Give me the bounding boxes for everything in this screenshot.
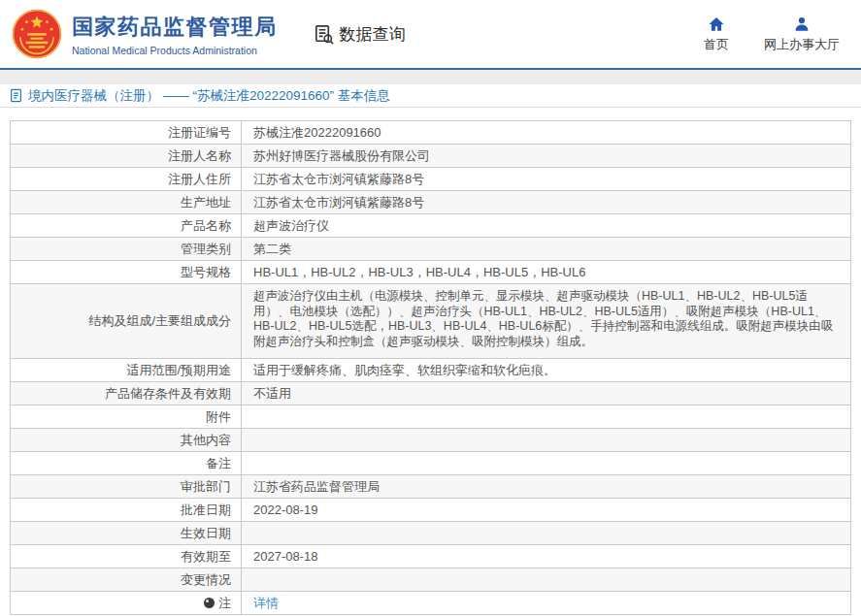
- data-query-label: 数据查询: [340, 23, 406, 46]
- table-row-production-address: 生产地址 江苏省太仓市浏河镇紫藤路8号: [11, 191, 850, 214]
- row-label: 产品名称: [11, 214, 242, 237]
- row-value: 苏械注准20222091660: [242, 121, 850, 144]
- row-value: [242, 568, 850, 591]
- note-icon: [204, 598, 215, 608]
- detail-link[interactable]: 详情: [253, 595, 279, 612]
- row-label: 生效日期: [11, 522, 242, 544]
- row-value: 适用于缓解疼痛、肌肉痉挛、软组织挛缩和软化疤痕。: [242, 359, 850, 381]
- row-label: 审批部门: [11, 475, 242, 498]
- row-label: 注: [11, 592, 242, 614]
- user-icon: [793, 16, 811, 33]
- row-value: 详情: [242, 592, 850, 614]
- table-row-approval-department: 审批部门 江苏省药品监督管理局: [11, 475, 850, 499]
- table-row-composition: 结构及组成/主要组成成分 超声波治疗仪由主机（电源模块、控制单元、显示模块、超声…: [11, 284, 850, 359]
- page-band: [0, 70, 861, 84]
- row-value: 超声波治疗仪由主机（电源模块、控制单元、显示模块、超声驱动模块（HB-UL1、H…: [242, 284, 850, 358]
- row-value: 第二类: [242, 238, 850, 260]
- row-label: 有效期至: [11, 545, 242, 567]
- row-value: [242, 452, 850, 474]
- row-value: 江苏省药品监督管理局: [242, 475, 850, 498]
- breadcrumb-text: 境内医疗器械（注册） —— “苏械注准20222091660” 基本信息: [28, 87, 390, 105]
- table-row-model-spec: 型号规格 HB-UL1，HB-UL2，HB-UL3，HB-UL4，HB-UL5，…: [11, 261, 850, 284]
- logo-title-block: 国家药品监督管理局 National Medical Products Admi…: [72, 13, 278, 56]
- row-label: 注册人名称: [11, 145, 242, 167]
- registration-detail-table: 注册证编号 苏械注准20222091660 注册人名称 苏州好博医疗器械股份有限…: [10, 120, 851, 615]
- row-value: 2027-08-18: [242, 545, 850, 567]
- nmpa-logo[interactable]: 国家药品监督管理局 National Medical Products Admi…: [12, 9, 278, 59]
- row-label: 型号规格: [11, 261, 242, 283]
- table-row-remarks: 备注: [11, 452, 850, 475]
- row-value: 江苏省太仓市浏河镇紫藤路8号: [242, 191, 850, 213]
- table-row-expiry-date: 有效期至 2027-08-18: [11, 545, 850, 568]
- table-row-note: 注 详情: [11, 592, 850, 615]
- site-header: 国家药品监督管理局 National Medical Products Admi…: [0, 0, 861, 70]
- row-label: 适用范围/预期用途: [11, 359, 242, 381]
- table-row-storage-validity: 产品储存条件及有效期 不适用: [11, 382, 850, 405]
- table-row-registrant-address: 注册人住所 江苏省太仓市浏河镇紫藤路8号: [11, 168, 850, 191]
- data-query-icon: [313, 23, 335, 46]
- table-row-approval-date: 批准日期 2022-08-19: [11, 499, 850, 522]
- row-label: 产品储存条件及有效期: [11, 382, 242, 405]
- row-label: 生产地址: [11, 191, 242, 213]
- row-label: 批准日期: [11, 499, 242, 521]
- nav-home[interactable]: 首页: [704, 16, 729, 53]
- table-row-other-content: 其他内容: [11, 429, 850, 452]
- row-label: 管理类别: [11, 238, 242, 260]
- table-row-change-status: 变更情况: [11, 568, 850, 592]
- document-icon: [10, 88, 22, 103]
- table-row-product-name: 产品名称 超声波治疗仪: [11, 214, 850, 238]
- table-row-certificate-no: 注册证编号 苏械注准20222091660: [11, 121, 850, 145]
- row-label: 备注: [11, 452, 242, 474]
- table-row-attachments: 附件: [11, 405, 850, 429]
- row-value: [242, 522, 850, 544]
- header-nav: 首页 网上办事大厅: [704, 16, 840, 53]
- row-label: 附件: [11, 405, 242, 428]
- row-value: 不适用: [242, 382, 850, 405]
- site-title: 国家药品监督管理局: [72, 13, 278, 42]
- row-value: 苏州好博医疗器械股份有限公司: [242, 145, 850, 167]
- home-icon: [708, 16, 725, 33]
- nav-service-hall[interactable]: 网上办事大厅: [764, 16, 840, 53]
- row-value: 江苏省太仓市浏河镇紫藤路8号: [242, 168, 850, 190]
- national-emblem-icon: [12, 9, 62, 59]
- row-value: HB-UL1，HB-UL2，HB-UL3，HB-UL4，HB-UL5，HB-UL…: [242, 261, 850, 283]
- site-subtitle: National Medical Products Administration: [72, 45, 278, 56]
- table-row-registrant-name: 注册人名称 苏州好博医疗器械股份有限公司: [11, 145, 850, 168]
- nav-service-hall-label: 网上办事大厅: [764, 36, 840, 53]
- row-label: 其他内容: [11, 429, 242, 451]
- row-value: 超声波治疗仪: [242, 214, 850, 237]
- breadcrumb: 境内医疗器械（注册） —— “苏械注准20222091660” 基本信息: [0, 84, 861, 108]
- row-label: 注册人住所: [11, 168, 242, 190]
- note-label: 注: [218, 595, 231, 612]
- row-label: 注册证编号: [11, 121, 242, 144]
- row-value: [242, 405, 850, 428]
- data-query-section[interactable]: 数据查询: [313, 23, 406, 46]
- table-row-effective-date: 生效日期: [11, 522, 850, 545]
- table-row-intended-use: 适用范围/预期用途 适用于缓解疼痛、肌肉痉挛、软组织挛缩和软化疤痕。: [11, 359, 850, 382]
- table-row-management-class: 管理类别 第二类: [11, 238, 850, 261]
- row-label: 变更情况: [11, 568, 242, 591]
- nav-home-label: 首页: [704, 36, 729, 53]
- row-label: 结构及组成/主要组成成分: [11, 284, 242, 358]
- row-value: [242, 429, 850, 451]
- row-value: 2022-08-19: [242, 499, 850, 521]
